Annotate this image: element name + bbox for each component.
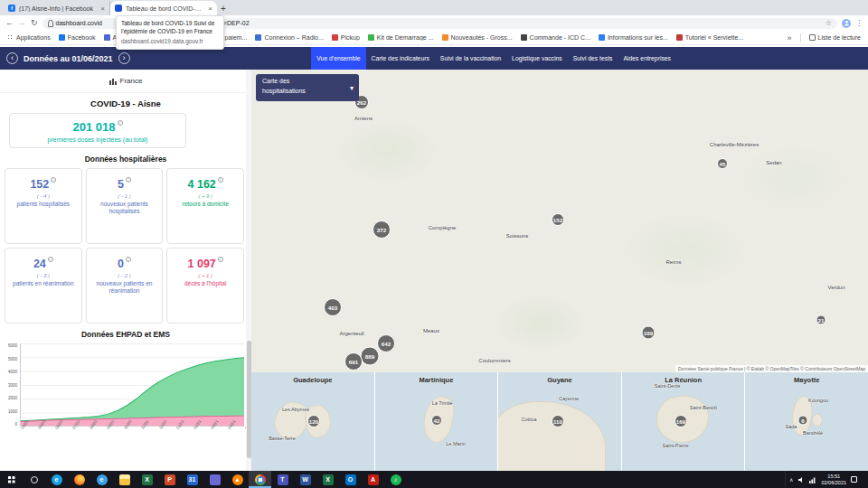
stat-label: décès à l'hôpital xyxy=(169,280,241,287)
bookmark-item[interactable]: Nouveautés - Gross... xyxy=(442,34,513,41)
y-tick-label: 6000 xyxy=(8,343,17,348)
hospitalisations-map[interactable]: Carte des hospitalisations ▾ 262 45 152 … xyxy=(251,70,868,372)
header-nav-item[interactable]: Suivi de la vaccination xyxy=(435,47,506,70)
hospital-cards-grid: 152 ( - 4 ) patients hospitalisés 5 ( - … xyxy=(0,168,251,324)
tab-close-icon[interactable]: × xyxy=(100,5,105,13)
y-tick-label: 4000 xyxy=(8,370,17,374)
scrollbar-thumb[interactable] xyxy=(247,341,251,458)
search-icon xyxy=(31,476,38,483)
info-icon[interactable] xyxy=(126,177,131,183)
header-nav-item[interactable]: Aides entreprises xyxy=(618,47,676,70)
tab-close-icon[interactable]: × xyxy=(208,5,212,13)
taskbar-app-icon[interactable]: X xyxy=(136,471,158,488)
covid-dashboard-favicon-icon xyxy=(115,5,122,12)
url-text-start: dashboard.covid xyxy=(56,20,102,26)
bookmark-item[interactable]: Connexion – Radio... xyxy=(255,34,323,41)
stat-label: nouveaux patients en réanimation xyxy=(89,280,161,296)
search-button[interactable] xyxy=(23,471,45,488)
map-bubble[interactable]: 642 xyxy=(377,334,395,352)
profile-avatar[interactable] xyxy=(842,19,851,28)
info-icon[interactable] xyxy=(118,120,123,126)
taskbar-app-icon[interactable] xyxy=(113,471,136,488)
taskbar-app-icon[interactable] xyxy=(68,471,90,488)
place-label: Cottica xyxy=(521,417,536,422)
new-tab-button[interactable]: + xyxy=(217,2,230,15)
bookmark-favicon-icon xyxy=(59,34,65,41)
taskbar-clock[interactable]: 15:51 02/06/2021 xyxy=(821,474,846,485)
region-selector[interactable]: France xyxy=(0,70,251,93)
tray-expand-icon[interactable]: ∧ xyxy=(789,476,793,483)
map-bubble[interactable]: 403 xyxy=(324,298,342,316)
forward-icon[interactable]: → xyxy=(18,19,26,27)
minimap-title: Mayotte xyxy=(745,376,868,384)
bookmarks-overflow-chevron-icon[interactable]: » xyxy=(788,33,792,42)
info-icon[interactable] xyxy=(218,177,223,183)
speaker-icon[interactable] xyxy=(797,476,805,483)
taskbar-app-icon[interactable]: e xyxy=(90,471,113,488)
browser-menu-icon[interactable]: ⋮ xyxy=(855,19,863,27)
info-icon[interactable] xyxy=(51,177,56,183)
taskbar-app-icon[interactable]: W xyxy=(294,471,316,488)
taskbar-app-icon[interactable] xyxy=(249,471,271,488)
bookmark-item[interactable]: Facebook xyxy=(59,34,96,41)
bookmark-item[interactable]: Informations sur les... xyxy=(599,34,668,41)
info-icon[interactable] xyxy=(218,257,223,262)
place-label: Saint-Denis xyxy=(655,383,680,389)
city-label: Charleville-Mézières xyxy=(710,142,759,147)
taskbar-app-icon[interactable]: T xyxy=(271,471,294,488)
network-icon[interactable] xyxy=(809,476,816,483)
map-bubble[interactable]: 120 xyxy=(307,415,320,427)
map-bubble[interactable]: 889 xyxy=(361,347,380,366)
header-nav-item[interactable]: Suivi des tests xyxy=(568,47,618,70)
taskbar-app-icon[interactable]: O xyxy=(339,471,362,488)
taskbar-app-icon[interactable]: P xyxy=(158,471,181,488)
header-nav-item[interactable]: Carte des indicateurs xyxy=(366,47,435,70)
reading-list-button[interactable]: Liste de lecture xyxy=(809,34,861,41)
place-label: Koungou xyxy=(808,398,828,403)
applications-bookmark[interactable]: Applications xyxy=(7,34,51,41)
facebook-favicon-icon: f xyxy=(8,5,15,12)
browser-tab-dashboard-active[interactable]: Tableau de bord COVID-19 Sui × xyxy=(110,1,217,15)
y-tick-label: 1000 xyxy=(8,409,17,414)
taskbar-app-icon[interactable]: e xyxy=(45,471,68,488)
bookmark-item[interactable]: Commande - ICD C... xyxy=(521,34,590,41)
taskbar-app-icon[interactable]: A xyxy=(362,471,384,488)
tab-title: Tableau de bord COVID-19 Sui xyxy=(126,5,204,12)
bookmark-item[interactable]: Kit de Démarrage ... xyxy=(368,34,434,41)
previous-day-button[interactable]: ‹ xyxy=(6,52,18,64)
map-bubble[interactable]: 169 xyxy=(675,415,687,427)
taskbar-app-icon[interactable]: X xyxy=(316,471,339,488)
back-icon[interactable]: ← xyxy=(5,19,14,27)
bookmark-item[interactable]: Pickup xyxy=(332,34,360,41)
taskbar-app-icon[interactable]: ▲ xyxy=(226,471,249,488)
map-bubble[interactable]: 152 xyxy=(552,213,564,226)
taskbar-app-icon[interactable]: 31 xyxy=(181,471,203,488)
map-bubble[interactable]: 691 xyxy=(344,352,363,371)
map-bubble[interactable]: 110 xyxy=(552,415,564,427)
stat-delta: ( - 1 ) xyxy=(89,193,161,199)
next-day-button[interactable]: › xyxy=(118,52,130,64)
map-bubble[interactable]: 45 xyxy=(717,158,728,169)
header-nav-item[interactable]: Vue d'ensemble xyxy=(311,47,365,70)
bookmark-star-icon[interactable]: ☆ xyxy=(826,19,832,27)
info-icon[interactable] xyxy=(48,257,53,262)
bookmark-label: Commande - ICD C... xyxy=(530,34,590,41)
map-layer-dropdown[interactable]: Carte des hospitalisations ▾ xyxy=(256,74,359,101)
notification-center-icon[interactable] xyxy=(851,476,857,483)
city-label: Amiens xyxy=(354,116,373,121)
bookmark-item[interactable]: Tutoriel « Serviette... xyxy=(676,34,743,41)
taskbar-app-icon[interactable] xyxy=(203,471,226,488)
map-bubble[interactable]: 169 xyxy=(642,326,656,340)
region-label: France xyxy=(120,77,143,85)
taskbar-app-icon[interactable]: ♪ xyxy=(384,471,407,488)
start-button[interactable] xyxy=(0,471,23,488)
reload-icon[interactable]: ↻ xyxy=(31,19,38,27)
header-nav-item[interactable]: Logistique vaccins xyxy=(506,47,568,70)
dropdown-label-line2: hospitalisations xyxy=(262,87,353,97)
browser-tab-facebook[interactable]: f (17) Aisne-Info | Facebook × xyxy=(4,1,110,15)
info-icon[interactable] xyxy=(126,257,131,262)
map-bubble[interactable]: 6 xyxy=(798,416,808,426)
map-bubble[interactable]: 42 xyxy=(431,415,442,426)
map-bubble[interactable]: 372 xyxy=(373,221,391,239)
map-bubble[interactable]: 21 xyxy=(816,315,826,325)
